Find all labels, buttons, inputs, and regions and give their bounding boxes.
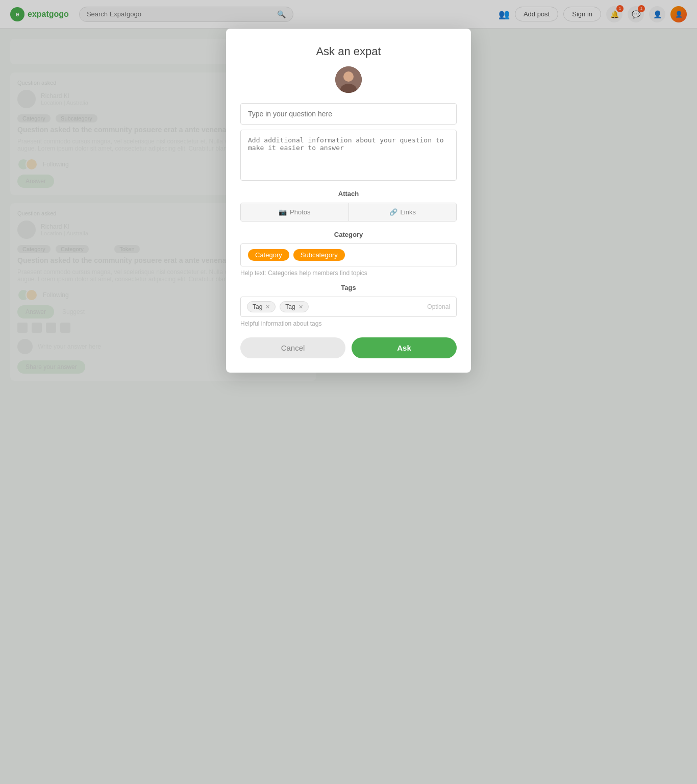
tag-item-1[interactable]: Tag ✕ bbox=[247, 301, 276, 312]
category-field[interactable]: Category Subcategory bbox=[240, 243, 457, 266]
avatar-image bbox=[335, 66, 362, 93]
user-avatar-modal bbox=[240, 66, 457, 93]
ask-button[interactable]: Ask bbox=[352, 337, 457, 358]
modal-title: Ask an expat bbox=[240, 45, 457, 58]
tag-1-remove[interactable]: ✕ bbox=[265, 304, 270, 310]
attach-label: Attach bbox=[240, 190, 457, 198]
cancel-button[interactable]: Cancel bbox=[240, 337, 345, 358]
link-icon: 🔗 bbox=[389, 208, 397, 216]
subcategory-tag[interactable]: Subcategory bbox=[293, 249, 345, 261]
tag-1-label: Tag bbox=[253, 303, 262, 310]
links-button[interactable]: 🔗 Links bbox=[349, 203, 457, 221]
tags-section: Tag ✕ Tag ✕ Optional Helpful information… bbox=[240, 297, 457, 327]
category-label: Category bbox=[240, 231, 457, 238]
tag-2-label: Tag bbox=[285, 303, 295, 310]
svg-point-1 bbox=[343, 71, 354, 82]
tag-2-remove[interactable]: ✕ bbox=[298, 304, 303, 310]
camera-icon: 📷 bbox=[279, 208, 287, 216]
modal-overlay: Ask an expat Attach 📷 Photos 🔗 Links bbox=[0, 0, 697, 784]
question-input[interactable] bbox=[240, 103, 457, 125]
category-help-text: Help text: Categories help members find … bbox=[240, 270, 457, 277]
tag-item-2[interactable]: Tag ✕ bbox=[280, 301, 308, 312]
tags-help-text: Helpful information about tags bbox=[240, 320, 457, 327]
tags-label: Tags bbox=[240, 284, 457, 291]
category-tag[interactable]: Category bbox=[248, 249, 289, 261]
modal-actions: Cancel Ask bbox=[240, 337, 457, 358]
photos-button[interactable]: 📷 Photos bbox=[241, 203, 349, 221]
tags-field[interactable]: Tag ✕ Tag ✕ Optional bbox=[240, 297, 457, 317]
additional-info-textarea[interactable] bbox=[240, 130, 457, 181]
optional-label: Optional bbox=[427, 303, 450, 310]
category-section: Category Subcategory Help text: Categori… bbox=[240, 243, 457, 277]
ask-expat-modal: Ask an expat Attach 📷 Photos 🔗 Links bbox=[226, 29, 471, 373]
attach-section: 📷 Photos 🔗 Links bbox=[240, 203, 457, 222]
